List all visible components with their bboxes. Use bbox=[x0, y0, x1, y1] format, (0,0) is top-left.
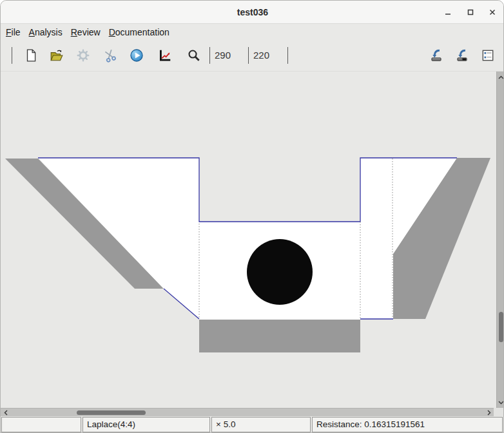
export-results-icon-2 bbox=[455, 48, 469, 63]
menu-analysis[interactable]: Analysis bbox=[29, 27, 63, 37]
maximize-icon bbox=[467, 8, 474, 16]
horizontal-scrollbar-thumb[interactable] bbox=[77, 410, 146, 415]
run-button[interactable] bbox=[130, 48, 144, 63]
width-field[interactable]: 290 bbox=[215, 48, 243, 63]
window-title: test036 bbox=[1, 1, 504, 24]
vertical-scrollbar[interactable] bbox=[496, 72, 504, 408]
menu-review[interactable]: Review bbox=[71, 27, 101, 37]
export-results-icon-1 bbox=[429, 48, 443, 63]
report-button[interactable] bbox=[481, 48, 495, 63]
maximize-button[interactable] bbox=[465, 7, 476, 17]
title-bar: test036 bbox=[1, 1, 504, 24]
menu-bar: File Analysis Review Documentation bbox=[1, 24, 504, 39]
scroll-up-button[interactable] bbox=[497, 73, 504, 81]
new-document-icon bbox=[24, 48, 38, 63]
zoom-button[interactable] bbox=[187, 48, 201, 63]
new-document-button[interactable] bbox=[24, 48, 38, 63]
open-file-icon bbox=[50, 48, 64, 63]
height-field[interactable]: 220 bbox=[253, 48, 282, 63]
run-play-icon bbox=[130, 48, 144, 63]
chevron-down-icon bbox=[498, 401, 504, 405]
zoom-magnifier-icon bbox=[187, 48, 201, 63]
plot-button[interactable] bbox=[158, 48, 172, 63]
toolbar-separator bbox=[248, 47, 249, 64]
close-button[interactable] bbox=[487, 7, 498, 17]
export-results-button-2[interactable] bbox=[455, 48, 469, 63]
menu-documentation[interactable]: Documentation bbox=[109, 27, 170, 37]
horizontal-scrollbar[interactable] bbox=[1, 408, 494, 416]
bottom-gray-bar bbox=[199, 320, 360, 352]
minimize-button[interactable] bbox=[443, 7, 453, 17]
scrollbar-corner bbox=[494, 408, 504, 416]
chevron-up-icon bbox=[498, 75, 504, 79]
chevron-right-icon bbox=[487, 410, 491, 416]
cross-section-drawing bbox=[1, 72, 496, 408]
toolbar-separator bbox=[209, 47, 210, 64]
status-bar: Laplace(4:4) × 5.0 Resistance: 0.1631519… bbox=[1, 416, 504, 433]
toolbar-separator bbox=[287, 47, 288, 64]
settings-gear-icon bbox=[76, 48, 90, 63]
left-white-region bbox=[38, 158, 199, 319]
toolbar-separator bbox=[12, 47, 12, 64]
cut-scissors-icon bbox=[103, 48, 117, 63]
close-icon bbox=[489, 8, 496, 16]
status-cell-solver: Laplace(4:4) bbox=[82, 417, 210, 432]
settings-button[interactable] bbox=[76, 48, 90, 63]
scroll-down-button[interactable] bbox=[497, 398, 504, 407]
toolbar: 290 220 bbox=[1, 39, 504, 72]
open-file-button[interactable] bbox=[50, 48, 64, 63]
status-cell-zoom: × 5.0 bbox=[211, 417, 311, 432]
status-cell-empty bbox=[1, 417, 81, 432]
vertical-scrollbar-thumb[interactable] bbox=[499, 312, 503, 342]
minimize-icon bbox=[444, 8, 452, 16]
cut-button[interactable] bbox=[103, 48, 117, 63]
chevron-left-icon bbox=[4, 410, 8, 416]
menu-file[interactable]: File bbox=[6, 27, 21, 37]
black-circle-hole bbox=[247, 239, 313, 305]
status-cell-resistance: Resistance: 0.16315191561 bbox=[312, 417, 503, 432]
report-list-icon bbox=[481, 48, 495, 63]
export-results-button-1[interactable] bbox=[429, 48, 443, 63]
app-window: test036 File Analysis Review Documentati… bbox=[0, 0, 504, 433]
drawing-canvas[interactable] bbox=[1, 72, 496, 408]
plot-chart-icon bbox=[158, 48, 172, 63]
